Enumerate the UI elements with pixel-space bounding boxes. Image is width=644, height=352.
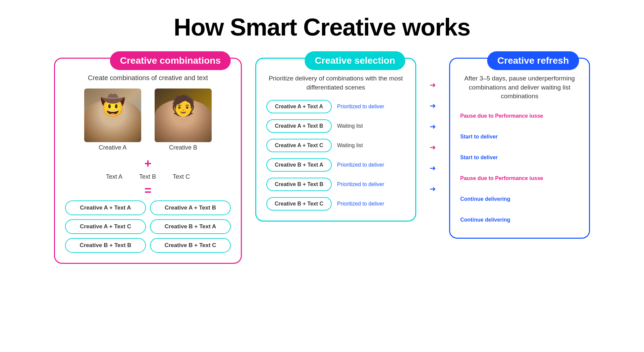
combo-pill-0: Creative A + Text A: [65, 200, 146, 215]
sel-pill-5: Creative B + Text C: [266, 197, 332, 211]
creative-a-block: Creative A: [84, 89, 141, 151]
arrow-1: ➜: [430, 99, 436, 113]
refresh-action-3: Pause due to Performance iusse: [460, 175, 543, 182]
sel-pill-0: Creative A + Text A: [266, 100, 332, 113]
sel-status-0: Prioritized to deliver: [337, 104, 405, 110]
combo-pill-3: Creative B + Text A: [150, 219, 231, 234]
text-label-c: Text C: [173, 173, 190, 180]
panel2-body: Prioritize delivery of combinations with…: [266, 74, 405, 211]
text-label-a: Text A: [106, 173, 122, 180]
sel-pill-2: Creative A + Text C: [266, 139, 332, 152]
panel-selection: Creative selection Prioritize delivery o…: [255, 58, 416, 222]
refresh-desc: After 3–5 days, pause underperforming co…: [460, 74, 579, 101]
sel-row-2: Creative A + Text C Waiting list: [266, 139, 405, 152]
combo-pill-1: Creative A + Text B: [150, 200, 231, 215]
arrow-4: ➜: [430, 161, 436, 176]
combo-pill-4: Creative B + Text B: [65, 238, 146, 253]
combination-grid: Creative A + Text A Creative A + Text B …: [65, 200, 231, 253]
sel-row-3: Creative B + Text A Prioritized to deliv…: [266, 158, 405, 172]
arrow-icon-5: ➜: [430, 185, 436, 193]
sel-status-4: Prioritized to deliver: [337, 181, 405, 187]
sel-row-4: Creative B + Text B Prioritized to deliv…: [266, 178, 405, 191]
sel-pill-4: Creative B + Text B: [266, 178, 332, 191]
panel3-body: After 3–5 days, pause underperforming co…: [460, 74, 579, 228]
creative-images: Creative A Creative B: [65, 89, 231, 151]
refresh-action-2: Start to deliver: [460, 154, 498, 161]
badge-refresh: Creative refresh: [487, 51, 579, 70]
refresh-row-1: Start to deliver: [460, 130, 579, 144]
selection-rows: Creative A + Text A Prioritized to deliv…: [266, 100, 405, 211]
arrow-icon-4: ➜: [430, 164, 436, 173]
sel-status-1: Waiting list: [337, 123, 405, 129]
sel-row-1: Creative A + Text B Waiting list: [266, 119, 405, 133]
sel-pill-3: Creative B + Text A: [266, 158, 332, 172]
panel1-subtitle: Create combinations of creative and text: [65, 74, 231, 82]
arrow-0: ➜: [430, 78, 436, 93]
combo-pill-5: Creative B + Text C: [150, 238, 231, 253]
arrow-3: ➜: [430, 140, 436, 155]
sel-pill-1: Creative A + Text B: [266, 119, 332, 133]
refresh-rows: Pause due to Performance iusse Start to …: [460, 109, 579, 228]
creative-a-image: [84, 89, 141, 142]
page-title: How Smart Creative works: [174, 13, 470, 41]
arrow-2: ➜: [430, 119, 436, 134]
badge-combinations: Creative combinations: [110, 51, 231, 70]
refresh-row-5: Continue delivering: [460, 213, 579, 228]
panel-combinations: Creative combinations Create combination…: [54, 58, 242, 264]
arrow-icon-1: ➜: [430, 102, 436, 110]
refresh-row-4: Continue delivering: [460, 192, 579, 207]
arrow-icon-2: ➜: [430, 122, 436, 131]
creative-b-label: Creative B: [169, 144, 197, 151]
plus-sign: +: [65, 157, 231, 171]
panels-container: Creative combinations Create combination…: [20, 58, 624, 264]
refresh-row-2: Start to deliver: [460, 151, 579, 165]
refresh-action-0: Pause due to Performance iusse: [460, 113, 543, 120]
sel-status-3: Prioritized to deliver: [337, 162, 405, 168]
creative-b-image: [155, 89, 212, 142]
text-labels: Text A Text B Text C: [65, 173, 231, 180]
panel2-desc: Prioritize delivery of combinations with…: [266, 74, 405, 92]
refresh-row-0: Pause due to Performance iusse: [460, 109, 579, 124]
text-label-b: Text B: [139, 173, 156, 180]
refresh-action-1: Start to deliver: [460, 133, 498, 140]
sel-row-0: Creative A + Text A Prioritized to deliv…: [266, 100, 405, 113]
panel1-body: Create combinations of creative and text…: [65, 74, 231, 253]
panel-refresh: Creative refresh After 3–5 days, pause u…: [449, 58, 590, 239]
badge-selection: Creative selection: [305, 51, 405, 70]
refresh-row-3: Pause due to Performance iusse: [460, 171, 579, 186]
equals-sign: =: [65, 184, 231, 198]
row-arrows: ➜ ➜ ➜ ➜ ➜ ➜: [430, 78, 436, 196]
creative-a-label: Creative A: [99, 144, 126, 151]
combo-pill-2: Creative A + Text C: [65, 219, 146, 234]
arrow-icon-3: ➜: [430, 143, 436, 152]
sel-status-5: Prioritized to deliver: [337, 201, 405, 207]
sel-status-2: Waiting list: [337, 142, 405, 149]
creative-b-block: Creative B: [155, 89, 212, 151]
arrow-icon-0: ➜: [430, 81, 436, 90]
arrow-5: ➜: [430, 182, 436, 196]
sel-row-5: Creative B + Text C Prioritized to deliv…: [266, 197, 405, 211]
refresh-action-4: Continue delivering: [460, 196, 510, 203]
refresh-action-5: Continue delivering: [460, 217, 510, 224]
